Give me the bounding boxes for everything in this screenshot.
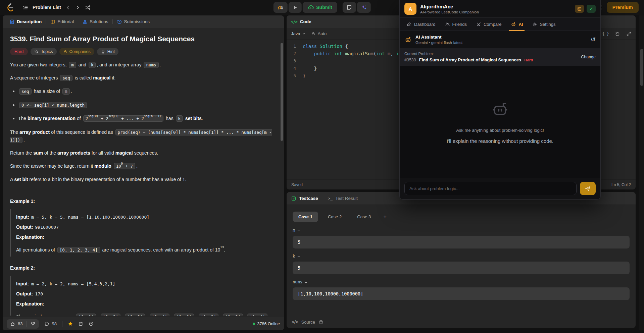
text-segment: ,	[195, 314, 198, 316]
current-problem-label: Current Problem:	[404, 52, 533, 56]
field-label-nums: nums =	[293, 280, 630, 284]
text-segment: .	[71, 89, 72, 94]
description-scrollbar[interactable]	[281, 43, 283, 141]
tab-dashboard[interactable]: Dashboard	[402, 18, 440, 31]
thumbs-down-button[interactable]	[27, 319, 39, 329]
thumbs-up-button[interactable]: 83	[7, 319, 26, 329]
tab-ai[interactable]: AI	[506, 18, 527, 31]
format-code-icon[interactable]: { }	[602, 31, 609, 36]
code-token	[317, 44, 319, 49]
text-segment: modulo	[94, 163, 111, 169]
source-label[interactable]: Source	[301, 320, 315, 325]
feedback-button[interactable]	[89, 321, 94, 326]
tab-submissions[interactable]: Submissions	[113, 19, 153, 24]
problem-list-icon[interactable]	[22, 4, 29, 11]
tab-testcase[interactable]: Testcase	[291, 196, 318, 201]
text-segment: ,	[170, 314, 173, 316]
premium-button[interactable]: Premium	[607, 2, 639, 13]
prev-problem-icon[interactable]	[65, 5, 71, 10]
leetcode-logo[interactable]	[5, 3, 14, 12]
tab-editorial[interactable]: Editorial	[47, 19, 77, 24]
tab-solutions[interactable]: Solutions	[79, 19, 112, 24]
run-button[interactable]	[288, 2, 301, 13]
example-output-value: 991600007	[35, 225, 59, 230]
ai-question-input[interactable]	[404, 182, 577, 195]
example-output-label: Output:	[16, 291, 33, 296]
code-text: }	[303, 65, 317, 72]
gear-icon	[532, 22, 537, 27]
sidebar-icon	[577, 6, 582, 11]
field-label-k: k =	[293, 254, 630, 259]
next-problem-icon[interactable]	[75, 5, 81, 10]
tab-settings[interactable]: Settings	[528, 18, 560, 31]
divider	[323, 196, 323, 201]
description-bullet: seq has a size of m.	[11, 88, 276, 96]
inline-code: [1, 2]	[199, 314, 218, 316]
example-input-value: m = 2, k = 2, nums = [5,4,3,2,1]	[31, 281, 115, 286]
inline-code: k	[89, 62, 96, 68]
tab-test-result[interactable]: >_ Test Result	[328, 196, 358, 201]
language-selector[interactable]: Java	[291, 31, 306, 36]
case-1-tab[interactable]: Case 1	[293, 212, 318, 222]
text-segment: A	[10, 177, 14, 182]
tab-compare[interactable]: Compare	[472, 18, 506, 31]
text-segment: sum	[33, 150, 43, 156]
text-segment: set bits	[185, 116, 202, 121]
ai-sparkles-button[interactable]	[357, 2, 371, 13]
text-segment: set bit	[14, 177, 28, 182]
bulb-icon	[101, 49, 105, 54]
connected-status-button[interactable]: ✓	[587, 5, 596, 13]
problem-list-label[interactable]: Problem List	[33, 5, 61, 10]
favorite-button[interactable]: ★	[68, 321, 73, 327]
algorithmace-title: AlgorithmAce	[420, 4, 479, 9]
share-button[interactable]	[78, 321, 83, 326]
code-panel-title: Code	[300, 19, 311, 24]
text-segment: ,	[244, 314, 247, 316]
inline-code: [1, 3]	[223, 314, 243, 316]
code-text: }	[303, 72, 305, 79]
thumbs-up-icon	[10, 321, 15, 326]
text-segment: of this sequence is defined as	[50, 129, 114, 135]
code-token: }	[303, 66, 317, 71]
algorithmace-tabbar: Dashboard Friends Compare AI Settings	[400, 17, 600, 31]
topics-badge[interactable]: Topics	[31, 48, 56, 55]
page-scrollbar-thumb[interactable]	[640, 49, 643, 86]
fullscreen-icon[interactable]	[626, 31, 631, 36]
case-2-tab[interactable]: Case 2	[322, 212, 347, 222]
tab-friends[interactable]: Friends	[441, 18, 471, 31]
auto-toggle[interactable]: Auto	[311, 31, 327, 36]
text-segment: The	[18, 116, 28, 121]
notes-button[interactable]	[343, 2, 356, 13]
change-problem-button[interactable]: Change	[581, 55, 596, 59]
example-output: Output:991600007	[16, 224, 276, 230]
add-case-button[interactable]: +	[381, 214, 389, 220]
case-3-tab[interactable]: Case 3	[351, 212, 377, 222]
text-segment: All permutations of	[16, 247, 56, 253]
code-token: magicalSum	[345, 51, 373, 56]
tab-description[interactable]: Description	[6, 19, 45, 24]
text-segment: has a size of	[33, 89, 61, 94]
field-input-nums[interactable]: [1,10,100,10000,1000000]	[293, 287, 630, 300]
refresh-icon[interactable]: ↺	[591, 37, 596, 43]
submit-button[interactable]: Submit	[302, 2, 337, 13]
companies-badge[interactable]: Companies	[59, 48, 94, 55]
code-text: class Solution {	[303, 43, 348, 50]
divider	[46, 19, 46, 24]
debug-button[interactable]	[273, 2, 287, 13]
field-input-k[interactable]: 5	[293, 262, 630, 274]
description-paragraph: You are given two integers, m and k, and…	[10, 61, 276, 68]
text-segment: , and an integer array	[97, 62, 143, 67]
line-number: 5	[287, 72, 303, 79]
description-paragraph: A sequence of integers seq is called mag…	[10, 74, 276, 81]
description-tabbar: Description Editorial Solutions Submissi…	[3, 15, 284, 28]
code-token: Solution	[320, 44, 342, 49]
reset-code-icon[interactable]	[615, 31, 620, 37]
comments-button[interactable]: 98	[44, 321, 56, 326]
send-button[interactable]	[580, 182, 596, 195]
home-icon	[407, 22, 412, 27]
field-input-m[interactable]: 5	[293, 236, 630, 248]
like-count: 83	[18, 321, 22, 326]
hint-badge[interactable]: Hint	[97, 48, 118, 55]
panel-toggle-button[interactable]	[575, 5, 584, 13]
random-problem-icon[interactable]	[85, 4, 91, 11]
